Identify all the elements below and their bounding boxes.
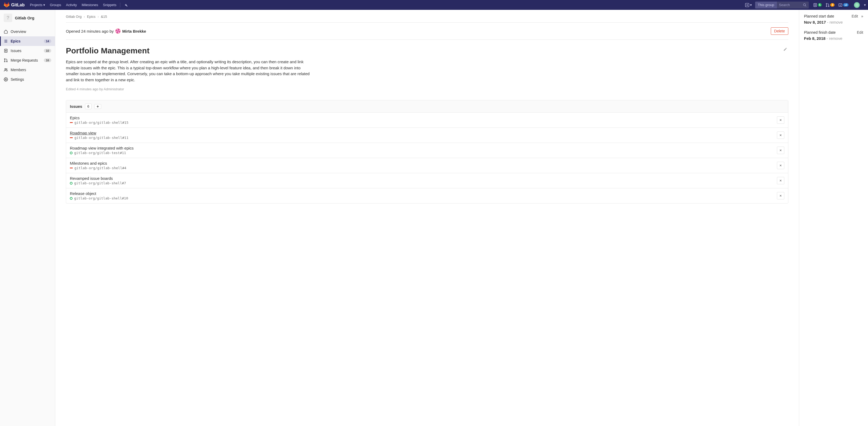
issue-ref[interactable]: gitlab-org/gitlab-shell#10	[70, 196, 128, 200]
svg-point-14	[5, 68, 6, 70]
status-open-icon	[70, 182, 72, 185]
chevron-down-icon: ▾	[43, 3, 45, 7]
crumb-current[interactable]: &15	[101, 14, 107, 19]
nav-projects[interactable]: Projects ▾	[30, 3, 45, 7]
nav-divider	[120, 3, 120, 7]
gitlab-logo[interactable]: GitLab	[4, 2, 25, 8]
nav-milestones[interactable]: Milestones	[82, 3, 98, 7]
issue-ref[interactable]: gitlab-org/gitlab-shell#15	[70, 121, 129, 125]
issue-ref[interactable]: gitlab-org/gitlab-shell#7	[70, 181, 126, 185]
epic-title: Portfolio Management	[66, 46, 150, 55]
start-date-value: Nov 8, 2017	[804, 20, 826, 24]
sidebar-item-members[interactable]: Members	[0, 65, 55, 74]
collapse-sidebar-icon[interactable]: »	[861, 14, 863, 18]
breadcrumb: Gitlab Org › Epics › &15	[66, 10, 788, 22]
sidebar-item-issues[interactable]: Issues 10	[0, 46, 55, 56]
nav-todos-counter[interactable]: 13	[838, 3, 848, 7]
epic-description: Epics are scoped at the group level. Aft…	[66, 59, 310, 83]
close-icon	[779, 164, 782, 167]
admin-wrench-icon[interactable]	[124, 3, 128, 7]
edited-note: Edited 4 minutes ago by Administrator	[66, 87, 788, 91]
svg-point-12	[4, 61, 5, 62]
user-avatar[interactable]	[854, 2, 860, 8]
delete-button[interactable]: Delete	[771, 27, 788, 35]
remove-issue-button[interactable]	[777, 147, 784, 154]
status-closed-icon	[70, 168, 73, 169]
svg-rect-9	[4, 49, 7, 52]
status-open-icon	[70, 152, 72, 154]
issue-row: Milestones and epics gitlab-org/gitlab-s…	[66, 158, 788, 173]
issues-icon	[4, 49, 8, 53]
issue-title[interactable]: Milestones and epics	[70, 161, 126, 165]
svg-point-13	[6, 61, 7, 62]
sidebar-item-overview[interactable]: Overview	[0, 27, 55, 36]
edit-title-button[interactable]	[782, 46, 788, 52]
svg-point-16	[5, 79, 6, 80]
remove-start-date[interactable]: - remove	[827, 20, 843, 24]
start-date-label: Planned start date	[804, 14, 834, 18]
sidebar-item-merge-requests[interactable]: Merge Requests 16	[0, 56, 55, 65]
plus-square-icon	[745, 3, 749, 7]
issues-label: Issues	[70, 104, 82, 109]
remove-finish-date[interactable]: - remove	[827, 36, 842, 41]
svg-rect-7	[839, 3, 842, 6]
tanuki-icon	[4, 2, 9, 8]
sidebar-item-label: Settings	[11, 77, 51, 82]
issue-ref[interactable]: gitlab-org/gitlab-shell#4	[70, 166, 126, 170]
sidebar-item-label: Members	[11, 68, 51, 72]
add-issue-button[interactable]	[94, 104, 101, 109]
issue-ref[interactable]: gitlab-org/gitlab-test#11	[70, 151, 133, 155]
issues-panel-header: Issues 6	[66, 100, 788, 113]
issues-panel: Issues 6 Epics gitlab-org/gitlab-shell#1…	[66, 100, 788, 204]
remove-issue-button[interactable]	[777, 162, 784, 169]
issue-ref[interactable]: gitlab-org/gitlab-shell#11	[70, 136, 129, 140]
search-scope[interactable]: This group	[755, 2, 777, 8]
author-name[interactable]: Mirta Brekke	[122, 29, 146, 33]
search-input[interactable]	[777, 2, 801, 8]
svg-point-15	[6, 69, 7, 69]
close-icon	[779, 149, 782, 152]
nav-groups[interactable]: Groups	[50, 3, 61, 7]
search-icon[interactable]	[801, 3, 809, 7]
nav-issues-counter[interactable]: 5	[813, 3, 822, 7]
nav-icons: 5 3 13 ▾	[813, 2, 866, 8]
author-avatar[interactable]	[115, 28, 121, 34]
nav-mr-counter[interactable]: 3	[826, 3, 835, 7]
issue-title[interactable]: Epics	[70, 116, 129, 120]
svg-point-3	[815, 4, 816, 6]
pencil-icon	[783, 47, 787, 51]
nav-links: Projects ▾ Groups Activity Milestones Sn…	[30, 3, 117, 7]
remove-issue-button[interactable]	[777, 192, 784, 200]
right-sidebar: Planned start date Edit » Nov 8, 2017 - …	[799, 10, 868, 426]
nav-activity[interactable]: Activity	[66, 3, 77, 7]
issue-row: Epics gitlab-org/gitlab-shell#15	[66, 113, 788, 127]
edit-start-date[interactable]: Edit	[851, 14, 858, 18]
chevron-down-icon[interactable]: ▾	[864, 3, 866, 7]
svg-point-4	[826, 3, 827, 4]
crumb-group[interactable]: Gitlab Org	[66, 14, 82, 19]
edit-finish-date[interactable]: Edit	[857, 30, 863, 34]
sidebar-item-epics[interactable]: Epics 14	[0, 36, 55, 46]
sidebar-header[interactable]: ? Gitlab Org	[0, 13, 55, 27]
remove-issue-button[interactable]	[777, 116, 784, 124]
nav-snippets[interactable]: Snippets	[103, 3, 117, 7]
remove-issue-button[interactable]	[777, 177, 784, 184]
new-dropdown[interactable]: ▾	[745, 3, 752, 7]
main-content: Gitlab Org › Epics › &15 Opened 24 minut…	[55, 10, 799, 426]
sidebar-item-label: Issues	[11, 49, 41, 53]
svg-rect-2	[813, 3, 816, 7]
remove-issue-button[interactable]	[777, 131, 784, 139]
issue-row: Release object gitlab-org/gitlab-shell#1…	[66, 188, 788, 203]
issue-title[interactable]: Revamped issue boards	[70, 176, 126, 181]
issue-title[interactable]: Roadmap view	[70, 131, 129, 135]
mr-badge: 3	[830, 3, 835, 7]
sidebar-item-settings[interactable]: Settings	[0, 74, 55, 84]
finish-date-value: Feb 8, 2018	[804, 36, 826, 41]
sidebar-count: 14	[44, 39, 51, 43]
issue-title[interactable]: Release object	[70, 191, 128, 196]
close-icon	[779, 194, 782, 197]
planned-start-section: Planned start date Edit » Nov 8, 2017 - …	[804, 14, 863, 24]
issue-title[interactable]: Roadmap view integrated with epics	[70, 146, 133, 150]
close-icon	[779, 119, 782, 121]
crumb-epics[interactable]: Epics	[87, 14, 96, 19]
